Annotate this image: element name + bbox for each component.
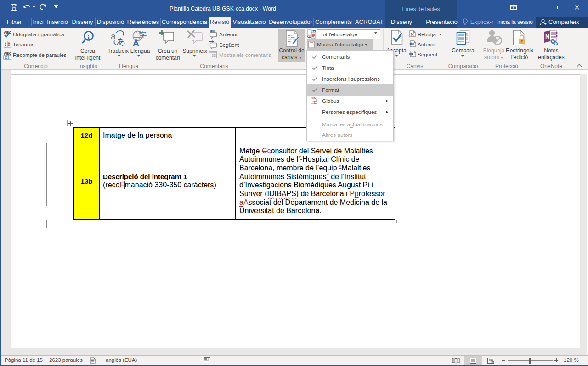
svg-text:字: 字: [140, 31, 147, 39]
svg-text:あ: あ: [117, 37, 125, 46]
svg-text:a: a: [111, 31, 116, 41]
svg-text:x: x: [94, 358, 96, 361]
svg-text:ABC: ABC: [4, 30, 11, 34]
svg-text:N: N: [545, 34, 549, 40]
svg-text:ABC: ABC: [4, 51, 12, 56]
svg-text:A: A: [133, 38, 139, 48]
svg-text:123: 123: [5, 56, 10, 59]
